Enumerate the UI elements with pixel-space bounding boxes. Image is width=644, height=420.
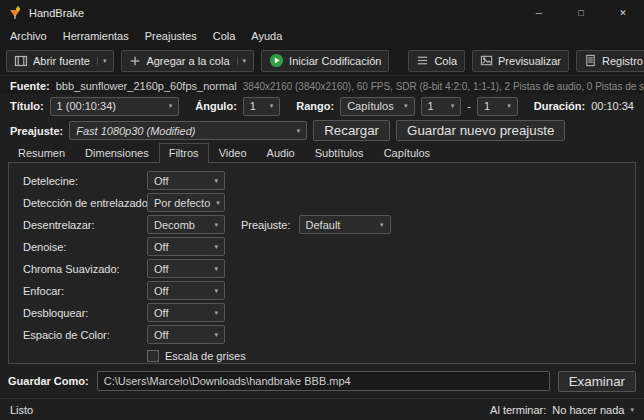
status-bar: Listo Al terminar: No hacer nada ▾ [0,398,644,420]
interlace-detection-label: Detección de entrelazado: [23,197,147,209]
film-icon [14,54,28,68]
tab-capitulos[interactable]: Capítulos [374,143,440,163]
deblock-label: Desbloquear: [23,307,147,319]
menu-bar: Archivo Herramientas Preajustes Cola Ayu… [0,26,644,46]
chevron-down-icon: ▾ [214,287,218,295]
reload-preset-button[interactable]: Recargar [313,120,390,141]
picture-icon [480,54,493,67]
chevron-down-icon: ▾ [169,102,173,110]
toolbar: Abrir fuente ▾ Agregar a la cola ▾ Inici… [0,46,644,76]
chroma-smooth-label: Chroma Suavizado: [23,263,147,275]
colorspace-select[interactable]: Off ▾ [147,325,225,344]
when-done-value: No hacer nada [552,404,624,416]
chevron-down-icon: ▾ [297,127,301,135]
angle-label: Ángulo: [195,100,237,112]
menu-ayuda[interactable]: Ayuda [243,28,290,44]
chevron-down-icon: ▾ [380,221,384,229]
tab-bar: Resumen Dimensiones Filtros Video Audio … [0,143,644,163]
chapter-start-select[interactable]: 1 ▾ [421,97,462,116]
save-new-preset-button[interactable]: Guardar nuevo preajuste [396,120,565,141]
chevron-down-icon: ▾ [214,265,218,273]
source-info-row: Fuente: bbb_sunflower_2160p_60fps_normal… [0,76,644,94]
range-separator: - [467,100,471,112]
when-done-control[interactable]: Al terminar: No hacer nada ▾ [490,404,634,416]
filter-row: Espacio de Color: Off ▾ [23,325,635,344]
denoise-label: Denoise: [23,241,147,253]
minimize-button[interactable]: ─ [518,0,560,26]
angle-select[interactable]: 1 ▾ [243,97,280,116]
preset-label: Preajuste: [10,125,63,137]
chevron-down-icon: ▾ [404,102,408,110]
source-label: Fuente: [10,80,50,92]
tab-filtros[interactable]: Filtros [159,143,209,163]
range-label: Rango: [296,100,334,112]
range-type-select[interactable]: Capítulos ▾ [340,97,414,116]
deblock-select[interactable]: Off ▾ [147,303,225,322]
save-as-label: Guardar Como: [8,375,89,387]
activity-log-button[interactable]: Registro de Actividad [576,50,644,72]
menu-archivo[interactable]: Archivo [2,28,55,44]
sharpen-select[interactable]: Off ▾ [147,281,225,300]
detelecine-select[interactable]: Off ▾ [147,171,225,190]
browse-button[interactable]: Examinar [558,371,636,392]
maximize-button[interactable]: □ [560,0,602,26]
handbrake-logo-icon [8,6,22,20]
menu-preajustes[interactable]: Preajustes [137,28,205,44]
tab-audio[interactable]: Audio [257,143,305,163]
chapter-end-select[interactable]: 1 ▾ [477,97,518,116]
add-to-queue-button[interactable]: Agregar a la cola ▾ [121,50,254,72]
menu-cola[interactable]: Cola [205,28,244,44]
window-controls: ─ □ ✕ [518,0,644,26]
filter-row: Detección de entrelazado: Por defecto ▾ [23,193,635,212]
menu-herramientas[interactable]: Herramientas [55,28,137,44]
filter-row: Chroma Suavizado: Off ▾ [23,259,635,278]
tab-video[interactable]: Video [209,143,257,163]
title-label: Título: [10,100,44,112]
close-button[interactable]: ✕ [602,0,644,26]
chevron-down-icon: ▾ [214,309,218,317]
deinterlace-label: Desentrelazar: [23,219,147,231]
source-details: 3840x2160 (3840x2160), 60 FPS, SDR (8-bi… [243,81,644,92]
queue-button[interactable]: Cola [408,50,465,72]
colorspace-label: Espacio de Color: [23,329,147,341]
deinterlace-select[interactable]: Decomb ▾ [147,215,225,234]
plus-icon [129,55,141,67]
tab-subtitulos[interactable]: Subtítulos [305,143,374,163]
chroma-smooth-select[interactable]: Off ▾ [147,259,225,278]
title-bar: HandBrake ─ □ ✕ [0,0,644,26]
duration-value: 00:10:34 [591,100,634,112]
tab-resumen[interactable]: Resumen [8,143,75,163]
duration-label: Duración: [534,100,585,112]
start-encode-button[interactable]: Iniciar Codificación [261,50,389,72]
chevron-down-icon[interactable]: ▾ [97,57,107,65]
preset-select[interactable]: Fast 1080p30 (Modified) ▾ [69,121,307,140]
filter-row: Enfocar: Off ▾ [23,281,635,300]
title-select[interactable]: 1 (00:10:34) ▾ [50,97,180,116]
filter-row: Denoise: Off ▾ [23,237,635,256]
chevron-down-icon: ▾ [214,221,218,229]
open-source-button[interactable]: Abrir fuente ▾ [6,50,114,72]
grayscale-checkbox[interactable] [147,350,159,362]
filter-row: Desentrelazar: Decomb ▾ Preajuste: Defau… [23,215,635,234]
chevron-down-icon: ▾ [214,243,218,251]
chevron-down-icon: ▾ [214,331,218,339]
chevron-down-icon: ▾ [630,406,634,414]
filter-row: Desbloquear: Off ▾ [23,303,635,322]
deinterlace-preset-select[interactable]: Default ▾ [299,215,391,234]
deinterlace-preset-label: Preajuste: [241,219,291,231]
chevron-down-icon: ▾ [451,102,455,110]
denoise-select[interactable]: Off ▾ [147,237,225,256]
chevron-down-icon: ▾ [214,177,218,185]
preset-row: Preajuste: Fast 1080p30 (Modified) ▾ Rec… [0,118,644,143]
title-row: Título: 1 (00:10:34) ▾ Ángulo: 1 ▾ Rango… [0,94,644,118]
preview-button[interactable]: Previsualizar [472,50,569,72]
sharpen-label: Enfocar: [23,285,147,297]
queue-list-icon [416,54,429,67]
save-path-input[interactable] [97,371,550,391]
chevron-down-icon[interactable]: ▾ [237,57,247,65]
tab-dimensiones[interactable]: Dimensiones [75,143,159,163]
save-row: Guardar Como: Examinar [0,364,644,394]
interlace-detection-select[interactable]: Por defecto ▾ [147,193,225,212]
filter-row: Detelecine: Off ▾ [23,171,635,190]
grayscale-row: Escala de grises [147,350,635,362]
